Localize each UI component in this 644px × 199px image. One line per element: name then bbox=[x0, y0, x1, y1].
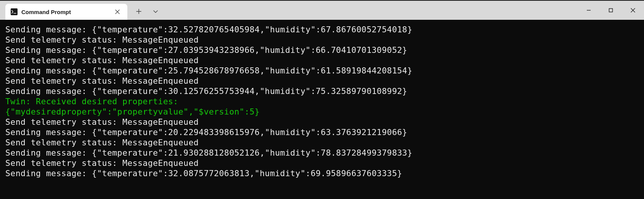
terminal-line: Sending message: {"temperature":21.93028… bbox=[5, 148, 639, 158]
svg-rect-2 bbox=[609, 9, 613, 12]
terminal-line: Send telemetry status: MessageEnqueued bbox=[5, 158, 639, 168]
terminal-line: Send telemetry status: MessageEnqueued bbox=[5, 117, 639, 127]
maximize-button[interactable] bbox=[600, 1, 622, 20]
tab-strip: Command Prompt bbox=[0, 1, 127, 20]
terminal-line: Sending message: {"temperature":20.22948… bbox=[5, 127, 639, 137]
close-window-button[interactable] bbox=[622, 1, 644, 20]
terminal-line: {"mydesiredproperty":"propertyvalue","$v… bbox=[5, 107, 639, 117]
close-tab-button[interactable] bbox=[113, 7, 122, 16]
terminal-line: Sending message: {"temperature":27.03953… bbox=[5, 45, 639, 55]
tab-dropdown-button[interactable] bbox=[147, 4, 164, 19]
terminal-line: Send telemetry status: MessageEnqueued bbox=[5, 137, 639, 148]
tab-controls bbox=[127, 1, 167, 20]
terminal-line: Sending message: {"temperature":32.08757… bbox=[5, 168, 639, 178]
window-controls bbox=[578, 1, 644, 20]
titlebar-drag-area[interactable] bbox=[167, 1, 578, 20]
tab-title: Command Prompt bbox=[21, 9, 109, 15]
titlebar: Command Prompt bbox=[0, 0, 644, 20]
terminal-output[interactable]: Sending message: {"temperature":32.52782… bbox=[0, 20, 644, 199]
command-prompt-icon bbox=[11, 8, 18, 15]
terminal-line: Send telemetry status: MessageEnqueued bbox=[5, 55, 639, 65]
terminal-line: Send telemetry status: MessageEnqueued bbox=[5, 76, 639, 86]
terminal-line: Twin: Received desired properties: bbox=[5, 96, 639, 107]
terminal-line: Sending message: {"temperature":25.79452… bbox=[5, 65, 639, 76]
minimize-button[interactable] bbox=[578, 1, 600, 20]
terminal-line: Sending message: {"temperature":32.52782… bbox=[5, 24, 639, 35]
terminal-line: Sending message: {"temperature":30.12576… bbox=[5, 86, 639, 96]
tab-command-prompt[interactable]: Command Prompt bbox=[5, 4, 127, 20]
terminal-line: Send telemetry status: MessageEnqueued bbox=[5, 35, 639, 45]
new-tab-button[interactable] bbox=[130, 4, 147, 19]
